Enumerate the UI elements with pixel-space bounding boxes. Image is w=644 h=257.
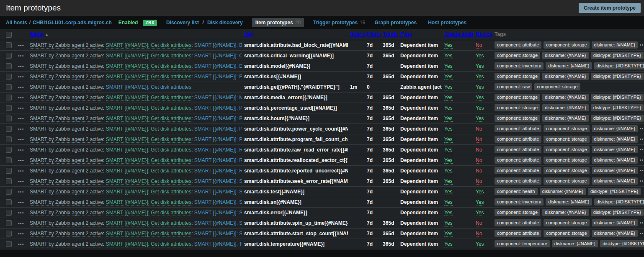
- breadcrumb-discovery-list[interactable]: Discovery list: [166, 20, 199, 26]
- master-item-link[interactable]: SMART [{#NAME}]: Get disk attributes: [106, 42, 191, 49]
- more-tags-button[interactable]: •••: [640, 43, 644, 47]
- discover-toggle[interactable]: No: [476, 126, 482, 132]
- row-context-menu-button[interactable]: •••: [18, 127, 24, 131]
- row-context-menu-button[interactable]: •••: [18, 95, 24, 100]
- item-name-link[interactable]: SMART [{#NAME}]: Temperature: [194, 241, 242, 247]
- create-enabled-toggle[interactable]: Yes: [444, 63, 453, 69]
- item-name-link[interactable]: SMART [{#NAME}]: Raw_Read_Error_Rate: [194, 147, 242, 153]
- discover-toggle[interactable]: Yes: [476, 241, 484, 247]
- create-enabled-toggle[interactable]: Yes: [444, 42, 453, 49]
- row-checkbox[interactable]: [6, 84, 12, 90]
- item-name-link[interactable]: SMART [{#NAME}]: Self-test passed: [194, 189, 242, 195]
- column-name-header[interactable]: Name▲: [28, 29, 242, 40]
- more-tags-button[interactable]: •••: [640, 126, 644, 131]
- column-key-header[interactable]: Key: [242, 29, 348, 40]
- master-item-link[interactable]: SMART [{#NAME}]: Get disk attributes: [106, 168, 191, 174]
- discover-toggle[interactable]: No: [476, 147, 482, 153]
- create-enabled-toggle[interactable]: Yes: [444, 168, 453, 174]
- row-context-menu-button[interactable]: •••: [18, 158, 24, 163]
- create-enabled-toggle[interactable]: Yes: [444, 241, 453, 247]
- master-item-link[interactable]: SMART [{#NAME}]: Get disk attributes: [106, 53, 191, 59]
- master-item-link[interactable]: SMART [{#NAME}]: Get disk attributes: [106, 231, 191, 237]
- row-context-menu-button[interactable]: •••: [18, 137, 24, 142]
- tab-trigger-prototypes[interactable]: Trigger prototypes16: [313, 20, 365, 26]
- master-item-link[interactable]: SMART [{#NAME}]: Get disk attributes: [106, 126, 191, 132]
- breadcrumb-all-hosts[interactable]: All hosts: [6, 20, 27, 26]
- create-enabled-toggle[interactable]: Yes: [444, 53, 453, 59]
- master-item-link[interactable]: SMART [{#NAME}]: Get disk attributes: [106, 105, 191, 111]
- template-link[interactable]: SMART by Zabbix agent 2 active: [30, 63, 103, 69]
- create-enabled-toggle[interactable]: Yes: [444, 199, 453, 206]
- item-name-link[interactable]: SMART [{#NAME}]: Device model: [194, 63, 242, 69]
- row-context-menu-button[interactable]: •••: [18, 116, 24, 121]
- create-enabled-toggle[interactable]: Yes: [444, 220, 453, 226]
- create-enabled-toggle[interactable]: Yes: [444, 231, 453, 237]
- discover-toggle[interactable]: No: [476, 136, 482, 143]
- discover-toggle[interactable]: Yes: [476, 189, 484, 195]
- breadcrumb-host[interactable]: CHBI1GLU01.corp.ads.migros.ch: [33, 20, 112, 26]
- discover-toggle[interactable]: Yes: [476, 63, 484, 69]
- more-tags-button[interactable]: •••: [640, 158, 644, 162]
- row-context-menu-button[interactable]: •••: [18, 242, 24, 247]
- item-name-link[interactable]: SMART [{#NAME}]: Get disk attributes: [106, 84, 191, 90]
- row-checkbox[interactable]: [6, 157, 12, 163]
- create-enabled-toggle[interactable]: Yes: [444, 189, 453, 195]
- create-enabled-toggle[interactable]: Yes: [444, 74, 453, 80]
- template-link[interactable]: SMART by Zabbix agent 2 active: [30, 189, 103, 195]
- row-checkbox[interactable]: [6, 53, 12, 59]
- item-name-link[interactable]: SMART [{#NAME}]: Spin_Up_Time: [194, 220, 242, 226]
- row-checkbox[interactable]: [6, 168, 12, 174]
- discover-toggle[interactable]: Yes: [476, 116, 484, 122]
- discover-toggle[interactable]: No: [476, 168, 482, 174]
- master-item-link[interactable]: SMART [{#NAME}]: Get disk attributes: [106, 199, 191, 206]
- row-checkbox[interactable]: [6, 241, 12, 247]
- template-link[interactable]: SMART by Zabbix agent 2 active: [30, 116, 103, 122]
- row-context-menu-button[interactable]: •••: [18, 85, 24, 90]
- item-name-link[interactable]: SMART [{#NAME}]: Media errors: [194, 95, 242, 100]
- item-name-link[interactable]: SMART [{#NAME}]: Power_Cycle_Count: [194, 126, 242, 132]
- row-checkbox[interactable]: [6, 42, 12, 48]
- create-enabled-toggle[interactable]: Yes: [444, 126, 453, 132]
- template-link[interactable]: SMART by Zabbix agent 2 active: [30, 231, 103, 237]
- discover-toggle[interactable]: Yes: [476, 53, 484, 59]
- discover-toggle[interactable]: Yes: [476, 84, 484, 90]
- column-type-header[interactable]: Type: [398, 29, 442, 40]
- master-item-link[interactable]: SMART [{#NAME}]: Get disk attributes: [106, 241, 191, 247]
- row-context-menu-button[interactable]: •••: [18, 190, 24, 194]
- item-name-link[interactable]: SMART [{#NAME}]: Power on hours: [194, 116, 242, 121]
- row-checkbox[interactable]: [6, 116, 12, 121]
- item-name-link[interactable]: SMART [{#NAME}]: Reported_Uncorrect: [194, 168, 242, 174]
- row-checkbox[interactable]: [6, 95, 12, 100]
- row-context-menu-button[interactable]: •••: [18, 221, 24, 226]
- item-name-link[interactable]: SMART [{#NAME}]: Start_Stop_Count: [194, 231, 242, 236]
- master-item-link[interactable]: SMART [{#NAME}]: Get disk attributes: [106, 189, 191, 195]
- tab-host-prototypes[interactable]: Host prototypes: [428, 20, 469, 26]
- discover-toggle[interactable]: No: [476, 178, 482, 185]
- master-item-link[interactable]: SMART [{#NAME}]: Get disk attributes: [106, 220, 191, 226]
- column-trends-header[interactable]: Trends: [381, 29, 398, 40]
- create-enabled-toggle[interactable]: Yes: [444, 210, 453, 216]
- create-enabled-toggle[interactable]: Yes: [444, 136, 453, 143]
- discover-toggle[interactable]: Yes: [476, 210, 484, 216]
- master-item-link[interactable]: SMART [{#NAME}]: Get disk attributes: [106, 178, 191, 185]
- item-name-link[interactable]: SMART [{#NAME}]: Program_Fail_Count_Chip: [194, 136, 242, 142]
- template-link[interactable]: SMART by Zabbix agent 2 active: [30, 105, 103, 111]
- discover-toggle[interactable]: Yes: [476, 199, 484, 206]
- discover-toggle[interactable]: No: [476, 231, 482, 237]
- master-item-link[interactable]: SMART [{#NAME}]: Get disk attributes: [106, 74, 191, 80]
- template-link[interactable]: SMART by Zabbix agent 2 active: [30, 178, 103, 185]
- row-context-menu-button[interactable]: •••: [18, 106, 24, 111]
- template-link[interactable]: SMART by Zabbix agent 2 active: [30, 84, 103, 90]
- item-name-link[interactable]: SMART [{#NAME}]: Exit status: [194, 74, 242, 80]
- create-enabled-toggle[interactable]: Yes: [444, 157, 453, 164]
- row-context-menu-button[interactable]: •••: [18, 211, 24, 215]
- row-context-menu-button[interactable]: •••: [18, 75, 24, 79]
- master-item-link[interactable]: SMART [{#NAME}]: Get disk attributes: [106, 63, 191, 69]
- master-item-link[interactable]: SMART [{#NAME}]: Get disk attributes: [106, 136, 191, 143]
- template-link[interactable]: SMART by Zabbix agent 2 active: [30, 199, 103, 206]
- column-discover-header[interactable]: Discover: [474, 29, 492, 40]
- create-enabled-toggle[interactable]: Yes: [444, 147, 453, 153]
- more-tags-button[interactable]: •••: [640, 179, 644, 183]
- row-checkbox[interactable]: [6, 63, 12, 69]
- row-checkbox[interactable]: [6, 105, 12, 111]
